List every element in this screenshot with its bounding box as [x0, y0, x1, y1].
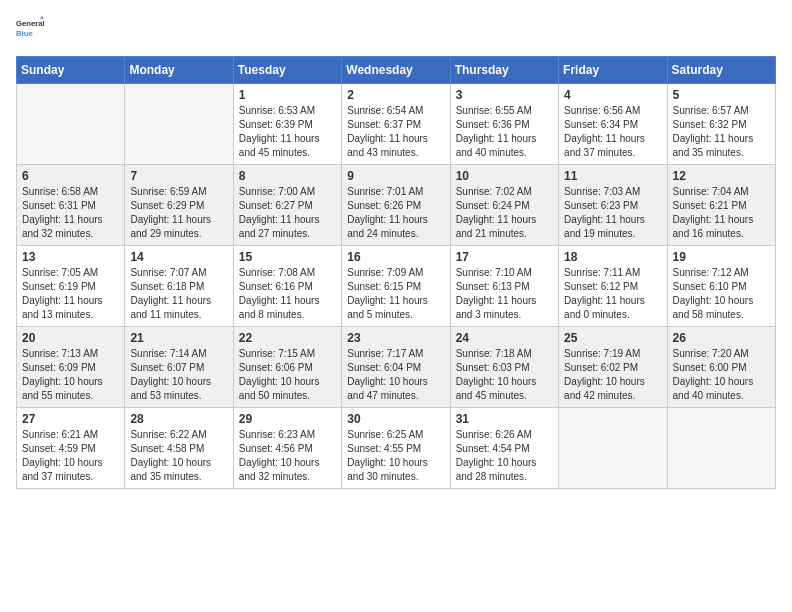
calendar-cell [667, 408, 775, 489]
day-number: 27 [22, 412, 119, 426]
header-sunday: Sunday [17, 57, 125, 84]
calendar-cell: 6Sunrise: 6:58 AMSunset: 6:31 PMDaylight… [17, 165, 125, 246]
svg-text:Blue: Blue [16, 29, 33, 38]
day-info: Sunrise: 6:53 AMSunset: 6:39 PMDaylight:… [239, 104, 336, 160]
day-info: Sunrise: 7:14 AMSunset: 6:07 PMDaylight:… [130, 347, 227, 403]
header-friday: Friday [559, 57, 667, 84]
calendar-cell: 5Sunrise: 6:57 AMSunset: 6:32 PMDaylight… [667, 84, 775, 165]
day-number: 28 [130, 412, 227, 426]
day-info: Sunrise: 7:17 AMSunset: 6:04 PMDaylight:… [347, 347, 444, 403]
calendar-cell: 28Sunrise: 6:22 AMSunset: 4:58 PMDayligh… [125, 408, 233, 489]
day-info: Sunrise: 7:01 AMSunset: 6:26 PMDaylight:… [347, 185, 444, 241]
day-number: 7 [130, 169, 227, 183]
calendar-cell: 19Sunrise: 7:12 AMSunset: 6:10 PMDayligh… [667, 246, 775, 327]
day-number: 23 [347, 331, 444, 345]
calendar-cell: 23Sunrise: 7:17 AMSunset: 6:04 PMDayligh… [342, 327, 450, 408]
calendar-cell: 24Sunrise: 7:18 AMSunset: 6:03 PMDayligh… [450, 327, 558, 408]
day-info: Sunrise: 7:05 AMSunset: 6:19 PMDaylight:… [22, 266, 119, 322]
day-number: 31 [456, 412, 553, 426]
calendar-cell: 17Sunrise: 7:10 AMSunset: 6:13 PMDayligh… [450, 246, 558, 327]
day-number: 20 [22, 331, 119, 345]
day-info: Sunrise: 7:03 AMSunset: 6:23 PMDaylight:… [564, 185, 661, 241]
calendar-cell: 16Sunrise: 7:09 AMSunset: 6:15 PMDayligh… [342, 246, 450, 327]
day-number: 13 [22, 250, 119, 264]
header-monday: Monday [125, 57, 233, 84]
day-number: 24 [456, 331, 553, 345]
calendar-cell: 13Sunrise: 7:05 AMSunset: 6:19 PMDayligh… [17, 246, 125, 327]
day-info: Sunrise: 7:04 AMSunset: 6:21 PMDaylight:… [673, 185, 770, 241]
day-info: Sunrise: 7:02 AMSunset: 6:24 PMDaylight:… [456, 185, 553, 241]
header-tuesday: Tuesday [233, 57, 341, 84]
day-info: Sunrise: 7:08 AMSunset: 6:16 PMDaylight:… [239, 266, 336, 322]
calendar-cell: 22Sunrise: 7:15 AMSunset: 6:06 PMDayligh… [233, 327, 341, 408]
day-number: 10 [456, 169, 553, 183]
calendar-cell [125, 84, 233, 165]
day-number: 17 [456, 250, 553, 264]
day-number: 12 [673, 169, 770, 183]
day-info: Sunrise: 7:13 AMSunset: 6:09 PMDaylight:… [22, 347, 119, 403]
day-number: 21 [130, 331, 227, 345]
calendar-cell: 14Sunrise: 7:07 AMSunset: 6:18 PMDayligh… [125, 246, 233, 327]
day-number: 16 [347, 250, 444, 264]
day-info: Sunrise: 6:59 AMSunset: 6:29 PMDaylight:… [130, 185, 227, 241]
calendar-cell: 9Sunrise: 7:01 AMSunset: 6:26 PMDaylight… [342, 165, 450, 246]
day-number: 4 [564, 88, 661, 102]
day-info: Sunrise: 6:56 AMSunset: 6:34 PMDaylight:… [564, 104, 661, 160]
day-info: Sunrise: 7:10 AMSunset: 6:13 PMDaylight:… [456, 266, 553, 322]
calendar-cell [17, 84, 125, 165]
day-info: Sunrise: 7:09 AMSunset: 6:15 PMDaylight:… [347, 266, 444, 322]
day-info: Sunrise: 7:12 AMSunset: 6:10 PMDaylight:… [673, 266, 770, 322]
calendar-cell: 20Sunrise: 7:13 AMSunset: 6:09 PMDayligh… [17, 327, 125, 408]
calendar-cell: 8Sunrise: 7:00 AMSunset: 6:27 PMDaylight… [233, 165, 341, 246]
calendar-cell: 3Sunrise: 6:55 AMSunset: 6:36 PMDaylight… [450, 84, 558, 165]
day-info: Sunrise: 7:20 AMSunset: 6:00 PMDaylight:… [673, 347, 770, 403]
day-number: 1 [239, 88, 336, 102]
day-number: 9 [347, 169, 444, 183]
calendar-cell: 7Sunrise: 6:59 AMSunset: 6:29 PMDaylight… [125, 165, 233, 246]
calendar-week-row: 20Sunrise: 7:13 AMSunset: 6:09 PMDayligh… [17, 327, 776, 408]
calendar-week-row: 6Sunrise: 6:58 AMSunset: 6:31 PMDaylight… [17, 165, 776, 246]
day-number: 2 [347, 88, 444, 102]
day-number: 5 [673, 88, 770, 102]
calendar-cell: 31Sunrise: 6:26 AMSunset: 4:54 PMDayligh… [450, 408, 558, 489]
day-number: 30 [347, 412, 444, 426]
day-number: 29 [239, 412, 336, 426]
calendar-header-row: SundayMondayTuesdayWednesdayThursdayFrid… [17, 57, 776, 84]
calendar-cell: 29Sunrise: 6:23 AMSunset: 4:56 PMDayligh… [233, 408, 341, 489]
calendar-cell [559, 408, 667, 489]
day-number: 19 [673, 250, 770, 264]
day-number: 6 [22, 169, 119, 183]
calendar-cell: 26Sunrise: 7:20 AMSunset: 6:00 PMDayligh… [667, 327, 775, 408]
calendar-cell: 1Sunrise: 6:53 AMSunset: 6:39 PMDaylight… [233, 84, 341, 165]
day-number: 3 [456, 88, 553, 102]
day-info: Sunrise: 7:15 AMSunset: 6:06 PMDaylight:… [239, 347, 336, 403]
day-info: Sunrise: 7:18 AMSunset: 6:03 PMDaylight:… [456, 347, 553, 403]
day-info: Sunrise: 6:55 AMSunset: 6:36 PMDaylight:… [456, 104, 553, 160]
calendar-week-row: 27Sunrise: 6:21 AMSunset: 4:59 PMDayligh… [17, 408, 776, 489]
calendar-table: SundayMondayTuesdayWednesdayThursdayFrid… [16, 56, 776, 489]
day-number: 22 [239, 331, 336, 345]
calendar-cell: 10Sunrise: 7:02 AMSunset: 6:24 PMDayligh… [450, 165, 558, 246]
page-header: General Blue [16, 16, 776, 44]
day-info: Sunrise: 6:22 AMSunset: 4:58 PMDaylight:… [130, 428, 227, 484]
logo: General Blue [16, 16, 44, 44]
calendar-cell: 25Sunrise: 7:19 AMSunset: 6:02 PMDayligh… [559, 327, 667, 408]
day-number: 25 [564, 331, 661, 345]
day-info: Sunrise: 6:54 AMSunset: 6:37 PMDaylight:… [347, 104, 444, 160]
calendar-cell: 30Sunrise: 6:25 AMSunset: 4:55 PMDayligh… [342, 408, 450, 489]
day-info: Sunrise: 6:57 AMSunset: 6:32 PMDaylight:… [673, 104, 770, 160]
day-info: Sunrise: 6:26 AMSunset: 4:54 PMDaylight:… [456, 428, 553, 484]
calendar-cell: 11Sunrise: 7:03 AMSunset: 6:23 PMDayligh… [559, 165, 667, 246]
calendar-cell: 27Sunrise: 6:21 AMSunset: 4:59 PMDayligh… [17, 408, 125, 489]
calendar-cell: 2Sunrise: 6:54 AMSunset: 6:37 PMDaylight… [342, 84, 450, 165]
calendar-week-row: 1Sunrise: 6:53 AMSunset: 6:39 PMDaylight… [17, 84, 776, 165]
day-info: Sunrise: 6:21 AMSunset: 4:59 PMDaylight:… [22, 428, 119, 484]
day-number: 11 [564, 169, 661, 183]
day-info: Sunrise: 7:00 AMSunset: 6:27 PMDaylight:… [239, 185, 336, 241]
day-info: Sunrise: 7:19 AMSunset: 6:02 PMDaylight:… [564, 347, 661, 403]
day-info: Sunrise: 6:58 AMSunset: 6:31 PMDaylight:… [22, 185, 119, 241]
day-info: Sunrise: 7:07 AMSunset: 6:18 PMDaylight:… [130, 266, 227, 322]
logo-icon: General Blue [16, 16, 44, 44]
header-saturday: Saturday [667, 57, 775, 84]
header-thursday: Thursday [450, 57, 558, 84]
